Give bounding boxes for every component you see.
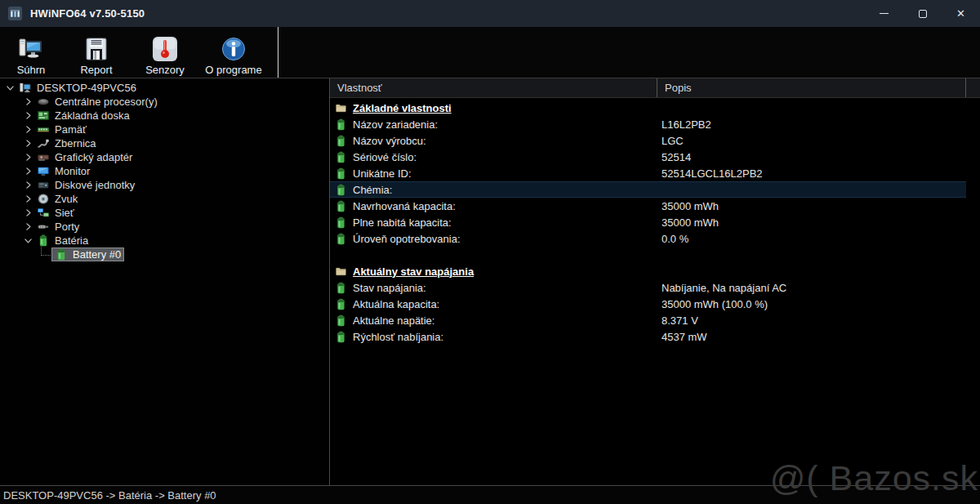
device-tree-panel: DESKTOP-49PVC56Centrálne procesor(y)Zákl… bbox=[0, 78, 330, 485]
tree-item-label: Zbernica bbox=[52, 137, 99, 149]
battery-icon bbox=[336, 150, 347, 163]
property-value: L16L2PB2 bbox=[662, 118, 711, 131]
property-name: Aktuálne napätie: bbox=[353, 314, 434, 327]
toolbar-divider bbox=[278, 27, 278, 78]
battery-icon bbox=[336, 297, 347, 310]
tree-item-sie[interactable]: Sieť bbox=[0, 206, 329, 220]
property-row[interactable]: Unikátne ID:52514LGCL16L2PB2 bbox=[330, 165, 966, 181]
property-row[interactable]: Aktuálne napätie:8.371 V bbox=[330, 312, 966, 328]
summary-label: Súhrn bbox=[17, 64, 46, 76]
property-value: 4537 mW bbox=[662, 331, 707, 343]
column-header-property[interactable]: Vlastnosť bbox=[330, 78, 657, 97]
property-row[interactable]: Navrhovaná kapacita:35000 mWh bbox=[330, 198, 966, 214]
section-header-row[interactable]: Základné vlastnosti bbox=[330, 100, 966, 116]
chevron-down-icon[interactable] bbox=[22, 234, 34, 247]
about-label: O programe bbox=[205, 64, 261, 76]
tree-item-label: Sieť bbox=[52, 207, 77, 219]
chevron-down-icon[interactable] bbox=[4, 82, 16, 94]
chevron-right-icon[interactable] bbox=[22, 165, 34, 177]
chevron-right-icon[interactable] bbox=[22, 207, 34, 219]
property-row[interactable]: Stav napájania:Nabíjanie, Na napájaní AC bbox=[330, 279, 966, 296]
close-button[interactable]: ✕ bbox=[942, 0, 980, 27]
property-name: Sériové číslo: bbox=[353, 151, 416, 163]
tree-item-label: Monitor bbox=[52, 165, 92, 177]
hwinfo-window: HWiNFO64 v7.50-5150 ✕ Súhrn Report Senzo… bbox=[0, 0, 980, 504]
tree-item-grafick-adapt-r[interactable]: Grafický adaptér bbox=[0, 150, 329, 164]
column-header-description[interactable]: Popis bbox=[657, 78, 966, 97]
tree-item-label: Porty bbox=[52, 221, 82, 233]
property-name: Aktuálna kapacita: bbox=[353, 298, 439, 310]
ports-icon bbox=[36, 221, 50, 233]
tree-item-label: Grafický adaptér bbox=[52, 151, 135, 163]
sensors-button[interactable]: Senzory bbox=[131, 27, 199, 78]
chevron-right-icon[interactable] bbox=[22, 109, 34, 122]
property-row[interactable]: Aktuálna kapacita:35000 mWh (100.0 %) bbox=[330, 296, 966, 312]
property-row[interactable]: Úroveň opotrebovania:0.0 % bbox=[330, 230, 966, 247]
section-header-row[interactable]: Aktuálny stav napájania bbox=[330, 263, 966, 279]
tree-item-label: Batéria bbox=[52, 234, 91, 247]
status-path: DESKTOP-49PVC56 -> Batéria -> Battery #0 bbox=[3, 489, 216, 502]
network-icon bbox=[36, 207, 50, 219]
tree-item-label: Battery #0 bbox=[70, 248, 123, 261]
property-name: Navrhovaná kapacita: bbox=[353, 200, 456, 212]
chevron-right-icon[interactable] bbox=[22, 137, 34, 149]
property-value: 35000 mWh (100.0 %) bbox=[662, 298, 768, 310]
chevron-right-icon[interactable] bbox=[22, 151, 34, 163]
tree-item-desktop-49pvc56[interactable]: DESKTOP-49PVC56 bbox=[0, 81, 329, 95]
memory-icon bbox=[36, 123, 50, 136]
battery-icon bbox=[336, 134, 347, 147]
main-area: DESKTOP-49PVC56Centrálne procesor(y)Zákl… bbox=[0, 78, 980, 486]
battery-icon bbox=[54, 248, 68, 261]
property-name: Názov zariadenia: bbox=[353, 118, 438, 131]
maximize-button[interactable] bbox=[903, 0, 942, 27]
property-row[interactable]: Chémia: bbox=[330, 181, 966, 198]
tree-item-zvuk[interactable]: Zvuk bbox=[0, 192, 329, 206]
property-value: 52514LGCL16L2PB2 bbox=[662, 167, 763, 180]
tree-selected-item[interactable]: Battery #0 bbox=[52, 248, 123, 261]
tree-item-pam[interactable]: Pamäť bbox=[0, 123, 329, 136]
property-row[interactable]: Rýchlosť nabíjania:4537 mW bbox=[330, 328, 966, 345]
chevron-right-icon[interactable] bbox=[22, 221, 34, 233]
monitor-icon bbox=[36, 165, 50, 177]
summary-computer-icon bbox=[18, 35, 44, 62]
maximize-icon bbox=[919, 10, 927, 18]
minimize-icon bbox=[880, 13, 889, 14]
tree-item-diskov-jednotky[interactable]: Diskové jednotky bbox=[0, 178, 329, 192]
computer-icon bbox=[18, 82, 32, 94]
property-row[interactable]: Názov výrobcu:LGC bbox=[330, 132, 966, 149]
report-button[interactable]: Report bbox=[62, 27, 131, 78]
column-header-property-label: Vlastnosť bbox=[337, 82, 382, 94]
bus-icon bbox=[36, 137, 50, 149]
battery-icon bbox=[336, 199, 347, 212]
property-name: Úroveň opotrebovania: bbox=[353, 233, 461, 245]
sensors-label: Senzory bbox=[145, 64, 185, 76]
property-row[interactable]: Plne nabitá kapacita:35000 mWh bbox=[330, 214, 966, 230]
property-name: Stav napájania: bbox=[353, 282, 426, 294]
tree-item-porty[interactable]: Porty bbox=[0, 220, 329, 234]
sensors-thermometer-icon bbox=[152, 35, 178, 62]
chevron-right-icon[interactable] bbox=[22, 179, 34, 191]
tree-item-battery-0[interactable]: Battery #0 bbox=[0, 248, 329, 261]
property-row[interactable]: Sériové číslo:52514 bbox=[330, 149, 966, 165]
chevron-right-icon[interactable] bbox=[22, 193, 34, 205]
chevron-right-icon[interactable] bbox=[22, 123, 34, 136]
tree-item-monitor[interactable]: Monitor bbox=[0, 164, 329, 178]
tree-connector-line bbox=[41, 244, 51, 256]
property-name: Plne nabitá kapacita: bbox=[353, 216, 452, 229]
property-value: 35000 mWh bbox=[662, 216, 719, 229]
chevron-right-icon[interactable] bbox=[22, 96, 34, 108]
folder-icon bbox=[336, 265, 347, 278]
property-name: Názov výrobcu: bbox=[353, 135, 426, 147]
about-button[interactable]: O programe bbox=[199, 27, 268, 78]
property-row[interactable]: Názov zariadenia:L16L2PB2 bbox=[330, 116, 966, 132]
property-value: 0.0 % bbox=[662, 233, 688, 245]
tree-item-centr-lne-procesor-y[interactable]: Centrálne procesor(y) bbox=[0, 95, 329, 109]
minimize-button[interactable] bbox=[865, 0, 903, 27]
section-header-label: Základné vlastnosti bbox=[353, 102, 452, 114]
summary-button[interactable]: Súhrn bbox=[0, 27, 62, 78]
tree-item-zbernica[interactable]: Zbernica bbox=[0, 136, 329, 150]
app-icon bbox=[8, 7, 22, 20]
tree-item-z-kladn-doska[interactable]: Základná doska bbox=[0, 109, 329, 123]
spacer-row bbox=[330, 247, 966, 263]
tree-item-label: DESKTOP-49PVC56 bbox=[34, 82, 139, 94]
